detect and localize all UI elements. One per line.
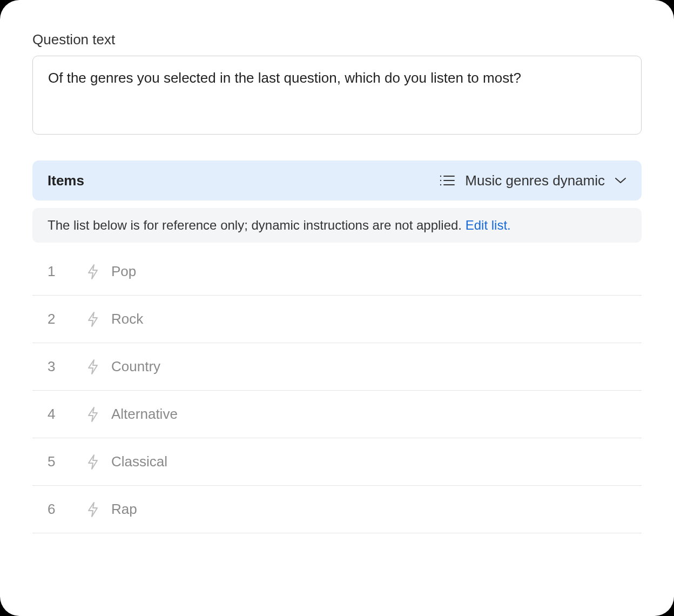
lightning-icon: [86, 264, 111, 280]
svg-marker-7: [89, 312, 97, 326]
reference-notice-text: The list below is for reference only; dy…: [48, 218, 466, 232]
item-index: 5: [32, 453, 86, 470]
svg-marker-11: [89, 503, 97, 517]
list-item: 2 Rock: [32, 296, 642, 343]
item-index: 4: [32, 406, 86, 423]
editor-card: Question text Items Music genres dynamic: [0, 0, 674, 616]
lightning-icon: [86, 501, 111, 518]
svg-marker-10: [89, 455, 97, 469]
svg-marker-8: [89, 360, 97, 374]
svg-marker-9: [89, 407, 97, 421]
svg-point-1: [440, 180, 441, 181]
lightning-icon: [86, 454, 111, 470]
list-item: 5 Classical: [32, 438, 642, 486]
item-index: 2: [32, 311, 86, 327]
list-icon: [439, 173, 455, 188]
item-index: 3: [32, 358, 86, 375]
svg-point-0: [440, 176, 441, 177]
lightning-icon: [86, 311, 111, 327]
list-item: 1 Pop: [32, 248, 642, 296]
lightning-icon: [86, 406, 111, 423]
items-header: Items Music genres dynamic: [32, 160, 642, 200]
item-label: Country: [111, 358, 160, 375]
svg-marker-6: [89, 265, 97, 279]
item-label: Classical: [111, 453, 167, 470]
reference-notice: The list below is for reference only; dy…: [32, 208, 642, 243]
list-item: 6 Rap: [32, 486, 642, 533]
lightning-icon: [86, 359, 111, 375]
item-label: Rap: [111, 501, 137, 518]
items-list-selector-label: Music genres dynamic: [465, 172, 605, 189]
list-item: 4 Alternative: [32, 391, 642, 438]
item-index: 1: [32, 263, 86, 280]
question-text-input[interactable]: [32, 56, 642, 135]
items-list-selector[interactable]: Music genres dynamic: [439, 172, 626, 189]
items-list: 1 Pop 2 Rock 3 Countr: [32, 248, 642, 533]
list-item: 3 Country: [32, 343, 642, 391]
question-text-label: Question text: [32, 31, 642, 48]
svg-point-2: [440, 184, 441, 185]
edit-list-link[interactable]: Edit list.: [466, 218, 511, 232]
item-label: Alternative: [111, 406, 178, 423]
items-header-title: Items: [48, 172, 84, 189]
item-label: Pop: [111, 263, 136, 280]
chevron-down-icon: [615, 177, 626, 184]
item-index: 6: [32, 501, 86, 518]
item-label: Rock: [111, 311, 143, 327]
